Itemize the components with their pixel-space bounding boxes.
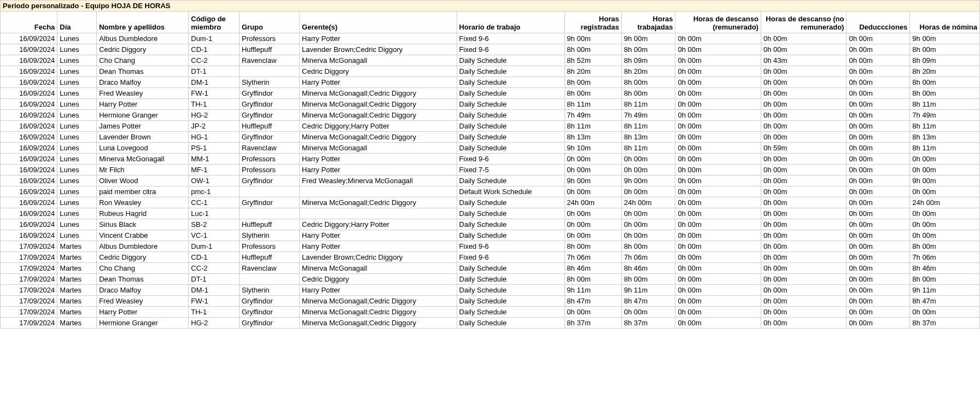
cell-h_nom[interactable]: 8h 20m <box>910 66 980 77</box>
cell-grupo[interactable]: Gryffindor <box>239 197 299 208</box>
cell-h_reg[interactable]: 9h 11m <box>564 285 621 296</box>
cell-nombre[interactable]: Lavender Brown <box>97 132 189 143</box>
cell-h_reg[interactable]: 8h 00m <box>564 241 621 252</box>
cell-codigo[interactable]: DM-1 <box>189 77 240 88</box>
cell-dia[interactable]: Lunes <box>57 208 97 219</box>
cell-grupo[interactable]: Professors <box>239 33 299 44</box>
cell-nombre[interactable]: Vincent Crabbe <box>97 230 189 241</box>
cell-nombre[interactable]: Draco Malfoy <box>97 77 189 88</box>
cell-horario[interactable]: Daily Schedule <box>457 230 564 241</box>
cell-h_desc_r[interactable]: 0h 00m <box>675 307 761 318</box>
cell-h_nom[interactable]: 8h 00m <box>910 88 980 99</box>
cell-h_desc_r[interactable]: 0h 00m <box>675 143 761 154</box>
cell-grupo[interactable]: Gryffindor <box>239 318 299 329</box>
cell-gerentes[interactable]: Cedric Diggory;Harry Potter <box>300 219 457 230</box>
cell-dia[interactable]: Martes <box>57 241 97 252</box>
cell-horario[interactable]: Fixed 7-5 <box>457 165 564 175</box>
cell-fecha[interactable]: 16/09/2024 <box>1 55 57 66</box>
cell-grupo[interactable]: Hufflepuff <box>239 44 299 55</box>
cell-horario[interactable]: Daily Schedule <box>457 143 564 154</box>
cell-dia[interactable]: Lunes <box>57 165 97 175</box>
cell-codigo[interactable]: HG-2 <box>189 318 240 329</box>
cell-h_nom[interactable]: 0h 00m <box>910 219 980 230</box>
cell-codigo[interactable]: Luc-1 <box>189 208 240 219</box>
cell-horario[interactable]: Daily Schedule <box>457 132 564 143</box>
cell-h_trab[interactable]: 9h 11m <box>621 285 675 296</box>
cell-dia[interactable]: Martes <box>57 307 97 318</box>
cell-fecha[interactable]: 16/09/2024 <box>1 219 57 230</box>
cell-h_trab[interactable]: 8h 11m <box>621 121 675 132</box>
cell-h_nom[interactable]: 0h 00m <box>910 230 980 241</box>
cell-codigo[interactable]: DT-1 <box>189 274 240 285</box>
cell-gerentes[interactable]: Lavender Brown;Cedric Diggory <box>300 44 457 55</box>
cell-deducc[interactable]: 0h 00m <box>847 165 910 175</box>
cell-h_desc_nr[interactable]: 0h 00m <box>761 263 846 274</box>
cell-dia[interactable]: Lunes <box>57 175 97 186</box>
cell-dia[interactable]: Lunes <box>57 219 97 230</box>
cell-horario[interactable]: Fixed 9-6 <box>457 44 564 55</box>
cell-h_reg[interactable]: 24h 00m <box>564 197 621 208</box>
cell-codigo[interactable]: CD-1 <box>189 252 240 263</box>
cell-codigo[interactable]: MF-1 <box>189 165 240 175</box>
cell-deducc[interactable]: 0h 00m <box>847 274 910 285</box>
cell-deducc[interactable]: 0h 00m <box>847 263 910 274</box>
cell-codigo[interactable]: SB-2 <box>189 219 240 230</box>
cell-horario[interactable]: Fixed 9-6 <box>457 241 564 252</box>
cell-h_nom[interactable]: 0h 00m <box>910 307 980 318</box>
cell-nombre[interactable]: Fred Weasley <box>97 296 189 307</box>
cell-fecha[interactable]: 16/09/2024 <box>1 175 57 186</box>
cell-fecha[interactable]: 16/09/2024 <box>1 110 57 121</box>
cell-h_trab[interactable]: 7h 49m <box>621 110 675 121</box>
cell-deducc[interactable]: 0h 00m <box>847 110 910 121</box>
cell-horario[interactable]: Daily Schedule <box>457 285 564 296</box>
cell-horario[interactable]: Daily Schedule <box>457 296 564 307</box>
cell-h_reg[interactable]: 8h 11m <box>564 99 621 110</box>
cell-h_nom[interactable]: 8h 46m <box>910 263 980 274</box>
cell-h_desc_nr[interactable]: 0h 00m <box>761 110 846 121</box>
cell-grupo[interactable]: Slytherin <box>239 77 299 88</box>
cell-codigo[interactable]: HG-1 <box>189 132 240 143</box>
cell-h_nom[interactable]: 9h 00m <box>910 175 980 186</box>
cell-deducc[interactable]: 0h 00m <box>847 99 910 110</box>
cell-h_trab[interactable]: 8h 00m <box>621 274 675 285</box>
cell-h_reg[interactable]: 8h 00m <box>564 88 621 99</box>
cell-nombre[interactable]: Cho Chang <box>97 55 189 66</box>
cell-h_desc_r[interactable]: 0h 00m <box>675 208 761 219</box>
cell-gerentes[interactable]: Minerva McGonagall;Cedric Diggory <box>300 99 457 110</box>
cell-nombre[interactable]: Dean Thomas <box>97 66 189 77</box>
cell-horario[interactable]: Daily Schedule <box>457 263 564 274</box>
cell-h_nom[interactable]: 8h 11m <box>910 143 980 154</box>
cell-h_trab[interactable]: 0h 00m <box>621 186 675 197</box>
cell-h_desc_nr[interactable]: 0h 00m <box>761 230 846 241</box>
cell-deducc[interactable]: 0h 00m <box>847 132 910 143</box>
cell-h_desc_nr[interactable]: 0h 00m <box>761 296 846 307</box>
cell-fecha[interactable]: 16/09/2024 <box>1 208 57 219</box>
cell-fecha[interactable]: 16/09/2024 <box>1 121 57 132</box>
cell-nombre[interactable]: Albus Dumbledore <box>97 241 189 252</box>
cell-h_trab[interactable]: 0h 00m <box>621 219 675 230</box>
cell-gerentes[interactable]: Minerva McGonagall;Cedric Diggory <box>300 110 457 121</box>
cell-fecha[interactable]: 16/09/2024 <box>1 186 57 197</box>
cell-horario[interactable]: Daily Schedule <box>457 121 564 132</box>
cell-dia[interactable]: Lunes <box>57 132 97 143</box>
cell-dia[interactable]: Martes <box>57 318 97 329</box>
cell-h_nom[interactable]: 9h 11m <box>910 285 980 296</box>
cell-h_nom[interactable]: 8h 00m <box>910 44 980 55</box>
cell-gerentes[interactable]: Minerva McGonagall <box>300 55 457 66</box>
cell-h_reg[interactable]: 8h 37m <box>564 318 621 329</box>
cell-dia[interactable]: Martes <box>57 252 97 263</box>
cell-h_reg[interactable]: 9h 10m <box>564 143 621 154</box>
cell-grupo[interactable]: Gryffindor <box>239 307 299 318</box>
cell-h_desc_r[interactable]: 0h 00m <box>675 55 761 66</box>
cell-codigo[interactable]: DT-1 <box>189 66 240 77</box>
cell-h_desc_nr[interactable]: 0h 00m <box>761 252 846 263</box>
cell-gerentes[interactable]: Harry Potter <box>300 230 457 241</box>
cell-gerentes[interactable] <box>300 208 457 219</box>
cell-horario[interactable]: Daily Schedule <box>457 99 564 110</box>
cell-h_trab[interactable]: 0h 00m <box>621 230 675 241</box>
cell-h_nom[interactable]: 8h 09m <box>910 55 980 66</box>
cell-h_nom[interactable]: 8h 11m <box>910 121 980 132</box>
cell-horario[interactable]: Fixed 9-6 <box>457 33 564 44</box>
cell-h_reg[interactable]: 8h 00m <box>564 44 621 55</box>
cell-gerentes[interactable]: Harry Potter <box>300 165 457 175</box>
